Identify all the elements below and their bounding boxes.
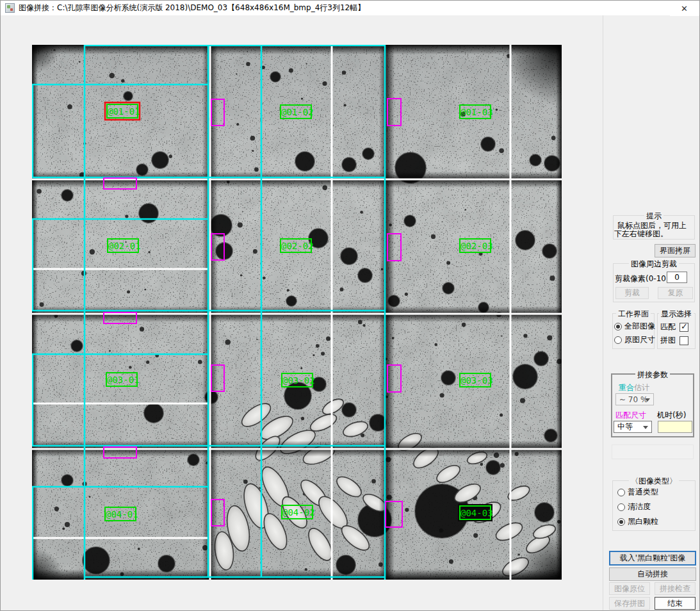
screen-copy-button[interactable]: 界面拷屏 [655,244,696,257]
chevron-down-icon [643,426,648,429]
radio-normal-type-circle [617,489,625,496]
overlap-combo[interactable]: ~ 70 % [615,393,654,405]
radio-all-images-label: 全部图像 [624,321,655,332]
svg-text:@02-01: @02-01 [108,241,141,251]
svg-text:@03-03: @03-03 [460,375,493,386]
stitch-check-row[interactable]: 拼图 [660,335,688,346]
svg-text:@03-01: @03-01 [107,375,140,385]
image-reset-button[interactable]: 图像原位 [609,582,650,595]
app-window: { "window": { "title": "图像拼接：C:\\孔隙率图像分析… [0,0,700,611]
crop-button[interactable]: 剪裁 [615,287,649,299]
workspace-group-title: 工作界面 [616,309,651,320]
radio-bw-particles-label: 黑白颗粒 [628,516,658,527]
restore-button[interactable]: 复原 [658,287,693,299]
stitch-check-label: 拼图 [660,335,676,346]
match-size-combo-value: 中等 [617,421,633,432]
radio-original-size-circle [614,336,622,344]
close-button[interactable]: ✕ [670,1,699,16]
overlap-label: 重合估计 [619,382,649,393]
status-box [612,444,694,459]
overlap-label-rest: 估计 [634,383,649,392]
crop-group-title: 图像周边剪裁 [629,259,679,270]
radio-cleanliness-circle [617,503,625,511]
radio-bw-particles-circle [617,518,625,526]
load-bw-image-button[interactable]: 载入'黑白颗粒'图像 [609,551,696,566]
end-button[interactable]: 结束 [655,597,696,610]
app-icon [5,3,15,13]
display-group-title: 显示选择 [659,309,694,320]
svg-text:@04-02: @04-02 [282,507,315,517]
stitch-check-button[interactable]: 拼接检查 [655,582,696,595]
image-type-group-title: 〈图像类型〉 [629,476,679,487]
title-bar: 图像拼接：C:\孔隙率图像分析系统(演示版 2018)\DEMO_03【648x… [1,1,699,15]
svg-text:@01-03: @01-03 [460,107,493,117]
radio-bw-particles[interactable]: 黑白颗粒 [617,516,658,527]
match-check-row[interactable]: 匹配 [660,322,688,332]
radio-all-images[interactable]: 全部图像 [614,321,655,332]
svg-text:@01-01: @01-01 [108,106,140,117]
svg-text:@01-02: @01-02 [281,107,314,117]
svg-text:@02-02: @02-02 [281,241,314,251]
crop-pixels-input[interactable]: 0 [667,272,687,283]
hint-line-2: 下左右键移图。 [614,229,668,240]
chevron-down-icon [645,398,650,402]
window-title: 图像拼接：C:\孔隙率图像分析系统(演示版 2018)\DEMO_03【648x… [19,1,365,15]
params-group-title: 拼接参数 [635,370,670,380]
svg-text:@02-03: @02-03 [460,241,493,251]
stitch-checkbox[interactable] [680,336,688,345]
radio-original-size-label: 原图尺寸 [624,334,655,345]
svg-text:@03-02: @03-02 [282,375,315,386]
match-checkbox[interactable] [680,323,688,332]
overlap-combo-value: ~ 70 % [619,395,647,404]
radio-all-images-circle [614,323,622,330]
svg-text:@04-01: @04-01 [106,509,138,519]
radio-original-size[interactable]: 原图尺寸 [614,334,655,345]
radio-cleanliness[interactable]: 清洁度 [617,501,651,512]
match-size-label: 匹配尺寸 [615,410,646,421]
save-stitch-button[interactable]: 保存拼图 [609,597,650,610]
crop-pixels-label: 剪裁像素(0-10) [615,273,669,284]
machine-time-field[interactable] [658,421,692,433]
overlap-label-hl: 重合 [619,383,634,392]
auto-stitch-button[interactable]: 自动拼接 [609,567,696,581]
panel-separator [603,15,603,610]
radio-normal-type-label: 普通类型 [628,487,658,498]
svg-text:@04-03: @04-03 [460,508,493,518]
machine-time-label: 机时(秒) [657,410,686,421]
match-size-combo[interactable]: 中等 [614,421,652,433]
radio-normal-type[interactable]: 普通类型 [617,487,658,498]
match-check-label: 匹配 [660,322,676,332]
stitch-canvas[interactable]: @01-01@01-02@01-03@02-01@02-02@02-03@03-… [32,45,562,580]
radio-cleanliness-label: 清洁度 [628,501,651,512]
